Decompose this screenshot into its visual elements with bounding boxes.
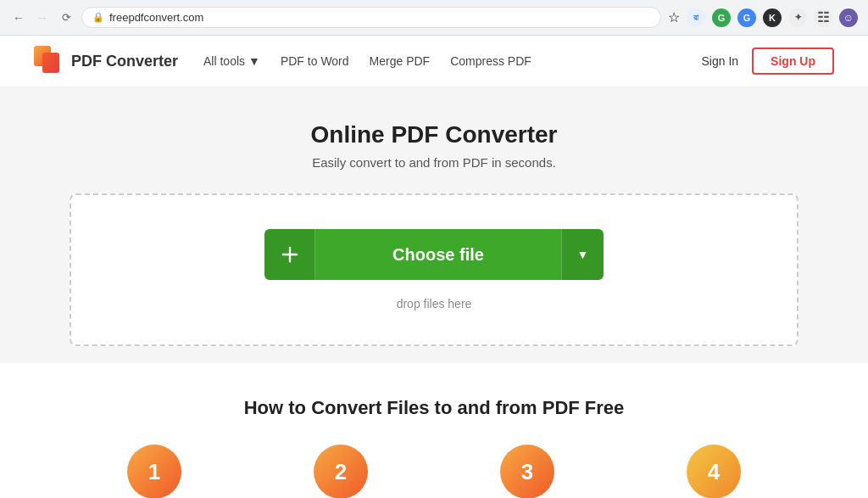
step-3: 3 Your new document will be ready — [451, 445, 604, 498]
how-to-section: How to Convert Files to and from PDF Fre… — [0, 363, 868, 498]
page: PDF Converter All tools ▼ PDF to Word Me… — [0, 36, 868, 498]
choose-file-label: Choose file — [315, 245, 561, 265]
extension-icon-3[interactable]: G — [737, 8, 756, 27]
drop-files-text: drop files here — [397, 297, 472, 311]
nav-links: All tools ▼ PDF to Word Merge PDF Compre… — [203, 54, 701, 68]
plus-icon-container — [264, 229, 315, 280]
reload-button[interactable]: ⟳ — [58, 9, 75, 26]
choose-file-button[interactable]: Choose file ▼ — [264, 229, 604, 280]
dropdown-arrow-icon: ▼ — [248, 54, 260, 68]
step-1: 1 Select the Word, Excel, — [78, 445, 231, 498]
extension-icon-6[interactable]: ☷ — [814, 8, 832, 27]
url-text: freepdfconvert.com — [109, 11, 203, 24]
upload-box: Choose file ▼ drop files here — [70, 193, 798, 346]
step-4: 4 After the download is complete, — [637, 445, 790, 498]
navbar: PDF Converter All tools ▼ PDF to Word Me… — [0, 36, 868, 87]
browser-icons: ☆ রা G G K ✦ ☷ ☺ — [668, 8, 858, 27]
extension-icon-1[interactable]: রা — [687, 8, 705, 27]
hero-section: Online PDF Converter Easily convert to a… — [0, 87, 868, 363]
extension-icon-5[interactable]: ✦ — [788, 8, 807, 27]
star-icon[interactable]: ☆ — [668, 9, 680, 25]
step-2: 2 Our free PDF creator will convert — [264, 445, 417, 498]
nav-compress-pdf[interactable]: Compress PDF — [450, 54, 531, 68]
how-to-title: How to Convert Files to and from PDF Fre… — [17, 397, 851, 419]
step-3-circle: 3 — [500, 445, 554, 498]
back-button[interactable]: ← — [10, 9, 27, 26]
step-2-circle: 2 — [314, 445, 368, 498]
dropdown-arrow-container: ▼ — [561, 229, 604, 280]
address-bar[interactable]: 🔒 freepdfconvert.com — [81, 7, 661, 28]
browser-chrome: ← → ⟳ 🔒 freepdfconvert.com ☆ রা G G K ✦ … — [0, 0, 868, 36]
nav-pdf-to-word[interactable]: PDF to Word — [281, 54, 349, 68]
choose-file-dropdown-icon: ▼ — [577, 248, 589, 261]
sign-in-button[interactable]: Sign In — [702, 54, 739, 68]
step-1-circle: 1 — [127, 445, 181, 498]
logo[interactable]: PDF Converter — [34, 46, 178, 76]
nav-all-tools[interactable]: All tools ▼ — [203, 54, 260, 68]
step-4-circle: 4 — [687, 445, 741, 498]
steps-container: 1 Select the Word, Excel, 2 Our free PDF… — [53, 445, 815, 498]
logo-icon — [34, 46, 64, 76]
sign-up-button[interactable]: Sign Up — [752, 48, 834, 75]
extension-icon-4[interactable]: K — [763, 8, 782, 27]
hero-subtitle: Easily convert to and from PDF in second… — [17, 155, 851, 170]
lock-icon: 🔒 — [92, 12, 104, 23]
hero-title: Online PDF Converter — [17, 121, 851, 148]
logo-text: PDF Converter — [71, 53, 178, 70]
forward-button[interactable]: → — [34, 9, 51, 26]
extension-icon-2[interactable]: G — [712, 8, 731, 27]
nav-merge-pdf[interactable]: Merge PDF — [370, 54, 431, 68]
plus-icon — [278, 243, 302, 266]
user-avatar[interactable]: ☺ — [839, 8, 858, 27]
nav-actions: Sign In Sign Up — [702, 48, 834, 75]
